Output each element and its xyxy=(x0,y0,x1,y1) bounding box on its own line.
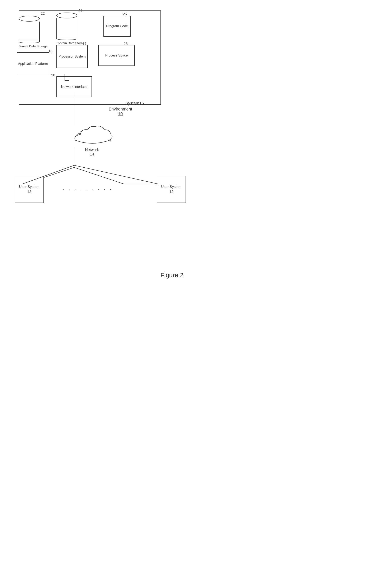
cylinder-body xyxy=(19,22,40,40)
system-label: System16 xyxy=(125,101,144,106)
app-platform-box: Application Platform xyxy=(17,52,49,75)
network-interface-label: Network Interface xyxy=(61,85,87,89)
ref-24: 24 xyxy=(78,9,82,13)
process-space-box: Process Space xyxy=(98,45,135,66)
program-code-label: Program Code xyxy=(106,24,128,29)
system-storage: System Data Storage xyxy=(56,13,86,45)
network-interface-box: Network Interface xyxy=(56,76,92,97)
cylinder-top-2 xyxy=(56,13,77,18)
dots-row: · · · · · · · · · xyxy=(63,187,113,192)
processor-box: Processor System xyxy=(56,45,88,68)
network-label: Network 14 xyxy=(71,148,113,157)
network-cloud: Network 14 xyxy=(71,123,113,151)
ref-22: 22 xyxy=(41,12,45,16)
cylinder-bottom-cap-2 xyxy=(56,37,77,40)
process-space-label: Process Space xyxy=(105,53,128,58)
user-system-left-label: User System 12 xyxy=(19,184,39,195)
processor-label: Processor System xyxy=(58,54,86,59)
cylinder-body-2 xyxy=(56,18,77,37)
environment-label: Environment 10 xyxy=(109,107,132,116)
cylinder-bottom-cap xyxy=(19,40,40,43)
cloud-svg xyxy=(71,123,113,147)
app-platform-label: Application Platform xyxy=(18,61,48,66)
tenant-storage-label: Tenant Data Storage xyxy=(19,44,48,48)
tenant-storage: Tenant Data Storage xyxy=(19,16,48,48)
user-system-right: User System 12 xyxy=(157,176,186,203)
program-code-box: Program Code xyxy=(103,16,131,37)
cylinder-top xyxy=(19,16,40,22)
figure-label: Figure 2 xyxy=(160,272,183,279)
ref-20: 20 xyxy=(51,73,55,77)
user-system-right-label: User System 12 xyxy=(161,184,181,195)
system-storage-label: System Data Storage xyxy=(56,41,86,45)
user-system-left: User System 12 xyxy=(15,176,44,203)
